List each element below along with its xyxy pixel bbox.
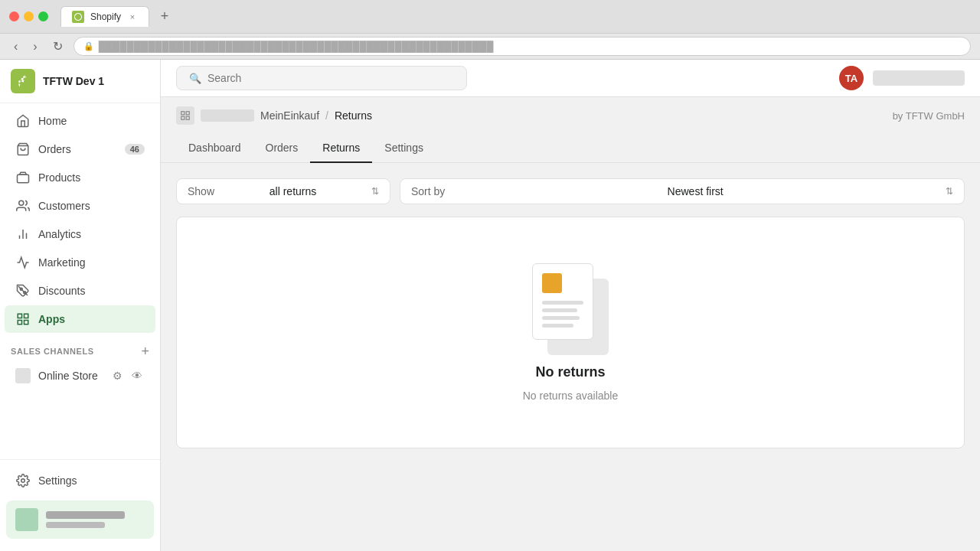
svg-rect-12 [18, 321, 21, 324]
empty-state: No returns No returns available [176, 217, 965, 448]
sidebar-item-analytics[interactable]: Analytics [5, 220, 155, 248]
empty-subtitle: No returns available [523, 390, 619, 402]
sidebar-item-analytics-label: Analytics [38, 228, 81, 240]
app-container: TFTW Dev 1 Home Orders 46 [0, 60, 980, 551]
sort-label: Sort by [411, 185, 445, 197]
doc-tag [542, 273, 562, 293]
bottom-panel-line2 [46, 522, 105, 528]
refresh-button[interactable]: ↻ [48, 37, 67, 55]
svg-rect-10 [24, 314, 28, 318]
sidebar: TFTW Dev 1 Home Orders 46 [0, 60, 161, 551]
returns-content: Show all returns ⇅ Sort by Newest first … [161, 163, 980, 464]
favicon [72, 11, 84, 23]
app-icon [176, 106, 194, 125]
orders-icon [15, 142, 31, 157]
channel-view-button[interactable]: 👁 [129, 368, 145, 383]
browser-titlebar: Shopify × + [0, 0, 980, 34]
sort-filter[interactable]: Sort by Newest first ⇅ [400, 178, 965, 204]
main-content: 🔍 TA MeinEinkauf / Returns by TFTW GmbH [161, 60, 980, 551]
sidebar-item-products-label: Products [38, 171, 80, 184]
customers-icon [15, 198, 31, 214]
svg-rect-14 [181, 112, 185, 115]
forward-button[interactable]: › [28, 38, 41, 55]
search-icon: 🔍 [189, 73, 201, 84]
sidebar-item-orders-label: Orders [38, 143, 71, 155]
svg-rect-1 [18, 174, 29, 183]
lock-icon: 🔒 [83, 41, 94, 51]
filter-bar: Show all returns ⇅ Sort by Newest first … [176, 178, 965, 204]
tab-settings[interactable]: Settings [372, 134, 436, 163]
topbar-right: TA [839, 66, 965, 90]
sidebar-item-online-store[interactable]: Online Store ⚙ 👁 [5, 362, 155, 390]
sidebar-header: TFTW Dev 1 [0, 60, 160, 103]
sidebar-item-customers-label: Customers [38, 200, 90, 212]
orders-badge: 46 [125, 144, 145, 155]
svg-rect-9 [18, 314, 21, 318]
breadcrumb-separator: / [325, 109, 328, 122]
tab-title: Shopify [90, 11, 121, 22]
close-button[interactable] [9, 11, 19, 21]
doc-front [532, 263, 593, 340]
address-bar[interactable]: 🔒 ██████████████████████████████████████… [74, 37, 971, 56]
tab-returns[interactable]: Returns [310, 134, 372, 163]
doc-line-1 [542, 301, 583, 305]
minimize-button[interactable] [24, 11, 34, 21]
bottom-panel-line1 [46, 511, 125, 519]
tab-orders[interactable]: Orders [253, 134, 311, 163]
empty-illustration [524, 263, 616, 355]
sales-channels-section: SALES CHANNELS + [0, 337, 160, 361]
tab-dashboard[interactable]: Dashboard [176, 134, 253, 163]
svg-rect-15 [186, 112, 189, 115]
svg-rect-11 [24, 321, 28, 324]
bottom-panel-icon [15, 508, 38, 531]
sort-filter-arrows: ⇅ [946, 186, 953, 197]
breadcrumb-blurred [201, 109, 254, 122]
show-filter-arrows: ⇅ [371, 186, 379, 197]
discounts-icon [15, 283, 31, 298]
empty-title: No returns [535, 364, 605, 380]
sidebar-item-home[interactable]: Home [5, 107, 155, 135]
settings-icon [15, 473, 31, 488]
sidebar-item-orders[interactable]: Orders 46 [5, 135, 155, 163]
tab-bar: Shopify × + [60, 6, 174, 27]
traffic-lights [9, 11, 48, 21]
svg-point-2 [19, 201, 24, 205]
doc-line-2 [542, 308, 577, 312]
sidebar-item-apps-label: Apps [38, 313, 65, 325]
sidebar-item-products[interactable]: Products [5, 164, 155, 191]
topbar-blurred-info [873, 70, 965, 86]
show-filter[interactable]: Show all returns ⇅ [176, 178, 390, 204]
breadcrumb-app: MeinEinkauf [260, 109, 319, 122]
svg-rect-17 [181, 116, 185, 119]
shopify-logo [11, 69, 35, 93]
doc-line-3 [542, 316, 580, 320]
svg-rect-16 [186, 116, 189, 119]
topbar-search[interactable]: 🔍 [176, 66, 467, 90]
sidebar-item-discounts[interactable]: Discounts [5, 277, 155, 305]
maximize-button[interactable] [38, 11, 48, 21]
new-tab-button[interactable]: + [155, 8, 174, 26]
browser-tab[interactable]: Shopify × [60, 6, 149, 27]
page-header: MeinEinkauf / Returns by TFTW GmbH [161, 97, 980, 134]
search-input[interactable] [207, 72, 454, 84]
breadcrumb: MeinEinkauf / Returns [176, 106, 372, 125]
sidebar-nav: Home Orders 46 Products [0, 103, 160, 337]
back-button[interactable]: ‹ [9, 38, 22, 55]
sidebar-item-marketing-label: Marketing [38, 256, 85, 269]
channel-actions: ⚙ 👁 [109, 368, 145, 383]
tab-close-icon[interactable]: × [127, 11, 138, 22]
sidebar-item-apps[interactable]: Apps [5, 305, 155, 333]
sidebar-item-customers[interactable]: Customers [5, 192, 155, 220]
sidebar-item-discounts-label: Discounts [38, 285, 85, 297]
sidebar-item-marketing[interactable]: Marketing [5, 249, 155, 276]
channel-settings-button[interactable]: ⚙ [109, 368, 125, 383]
sidebar-item-settings[interactable]: Settings [5, 467, 155, 494]
address-text: ████████████████████████████████████████… [99, 41, 494, 52]
add-channel-button[interactable]: + [141, 344, 149, 358]
doc-lines [542, 301, 583, 328]
bottom-panel-content [46, 511, 145, 528]
sort-value: Newest first [668, 185, 724, 197]
sidebar-item-home-label: Home [38, 115, 67, 127]
show-label: Show [188, 185, 214, 197]
tabs-bar: Dashboard Orders Returns Settings [161, 134, 980, 163]
